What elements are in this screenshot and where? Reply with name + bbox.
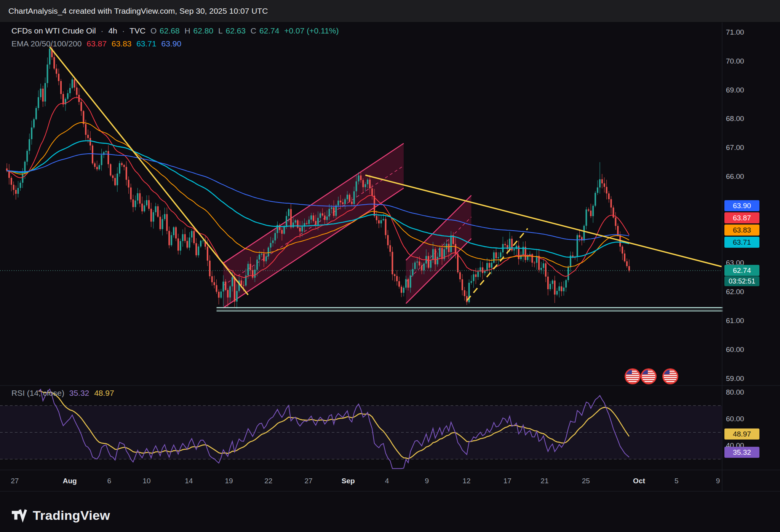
price-axis[interactable]: 71.0070.0069.0068.0067.0066.0063.0062.00… <box>722 22 780 532</box>
time-tick: Aug <box>63 477 77 485</box>
rsi-value: 35.32 <box>69 389 90 397</box>
chart-canvas[interactable] <box>0 22 780 532</box>
ema-legend[interactable]: EMA 20/50/100/200 63.87 63.83 63.71 63.9… <box>11 39 184 48</box>
time-tick: 27 <box>11 477 19 485</box>
high-letter: H <box>185 26 190 35</box>
time-tick: Oct <box>633 477 645 485</box>
price-tick: 59.00 <box>726 374 744 383</box>
ema-price-label: 63.90 <box>724 200 759 211</box>
timeframe-label: 4h <box>108 26 117 35</box>
ema200-value: 63.90 <box>161 39 182 48</box>
low-value: 62.63 <box>225 26 246 35</box>
time-tick: 17 <box>503 477 511 485</box>
pink-channels-layer[interactable] <box>223 143 471 308</box>
rsi-ma-value: 48.97 <box>94 389 114 397</box>
ema-20-line <box>7 97 629 277</box>
chart-stage: CFDs on WTI Crude Oil · 4h · TVC O 62.68… <box>0 22 780 532</box>
open-value: 62.68 <box>160 26 180 35</box>
time-tick: 21 <box>540 477 548 485</box>
price-tick: 60.00 <box>726 346 744 354</box>
time-tick: 9 <box>716 477 720 485</box>
us-flag-sticker[interactable] <box>641 368 657 384</box>
low-letter: L <box>218 26 223 35</box>
time-tick: 25 <box>582 477 590 485</box>
price-tick: 70.00 <box>726 57 744 65</box>
close-value: 62.74 <box>259 26 280 35</box>
ema-price-label: 63.71 <box>724 237 759 248</box>
time-tick: 10 <box>142 477 150 485</box>
time-tick: 9 <box>425 477 429 485</box>
tradingview-logo-icon <box>10 507 27 524</box>
time-tick: 19 <box>225 477 233 485</box>
ema-lines-layer <box>7 97 629 277</box>
downtrend-line-august <box>50 47 248 295</box>
window-title: ChartAnalysis_4 created with TradingView… <box>8 6 268 16</box>
separator-dot: · <box>122 26 125 35</box>
time-tick: 5 <box>675 477 679 485</box>
tradingview-logo[interactable]: TradingView <box>10 507 110 524</box>
time-axis[interactable]: 27Aug61014192227Sep4912172125Oct59 <box>0 474 780 491</box>
rsi-legend[interactable]: RSI (14, close) 35.32 48.97 <box>11 389 117 398</box>
last-price-label: 62.74 <box>724 265 759 276</box>
brand-name: TradingView <box>33 508 110 523</box>
open-letter: O <box>150 26 157 35</box>
close-letter: C <box>251 26 256 35</box>
price-tick: 61.00 <box>726 317 744 325</box>
price-tick: 71.00 <box>726 28 744 37</box>
us-flag-sticker[interactable] <box>662 368 678 384</box>
time-tick: 22 <box>264 477 272 485</box>
high-value: 62.80 <box>193 26 214 35</box>
tradingview-chart-window: ChartAnalysis_4 created with TradingView… <box>0 0 780 532</box>
time-tick: 12 <box>463 477 471 485</box>
symbol-name: CFDs on WTI Crude Oil <box>11 26 96 35</box>
price-tick: 62.00 <box>726 288 744 296</box>
bar-countdown-label: 03:52:51 <box>724 276 759 286</box>
ema-price-label: 63.87 <box>724 212 759 223</box>
time-tick: 4 <box>385 477 389 485</box>
separator-dot: · <box>101 26 104 35</box>
time-tick: Sep <box>342 477 355 485</box>
window-title-bar: ChartAnalysis_4 created with TradingView… <box>0 0 780 22</box>
price-tick: 68.00 <box>726 115 744 123</box>
time-tick: 14 <box>185 477 193 485</box>
ema20-value: 63.87 <box>86 39 107 48</box>
time-tick: 27 <box>305 477 313 485</box>
rsi-tick: 60.00 <box>726 415 744 423</box>
price-tick: 67.00 <box>726 143 744 152</box>
price-tick: 66.00 <box>726 172 744 181</box>
ema-price-label: 63.83 <box>724 225 759 236</box>
support-zone[interactable] <box>217 307 723 311</box>
ema100-value: 63.71 <box>136 39 157 48</box>
rsi-price-label: 35.32 <box>724 447 759 458</box>
rsi-price-label: 48.97 <box>724 428 759 440</box>
exchange-label: TVC <box>129 26 145 35</box>
symbol-legend[interactable]: CFDs on WTI Crude Oil · 4h · TVC O 62.68… <box>11 26 342 35</box>
change-value: +0.07 (+0.11%) <box>284 26 339 35</box>
ema-label: EMA 20/50/100/200 <box>11 39 82 48</box>
time-tick: 6 <box>107 477 111 485</box>
price-tick: 69.00 <box>726 86 744 94</box>
rsi-tick: 80.00 <box>726 388 744 397</box>
ema50-value: 63.83 <box>112 39 132 48</box>
us-flag-sticker[interactable] <box>625 368 641 384</box>
candles-layer[interactable] <box>6 45 630 309</box>
rsi-label: RSI (14, close) <box>11 389 64 397</box>
